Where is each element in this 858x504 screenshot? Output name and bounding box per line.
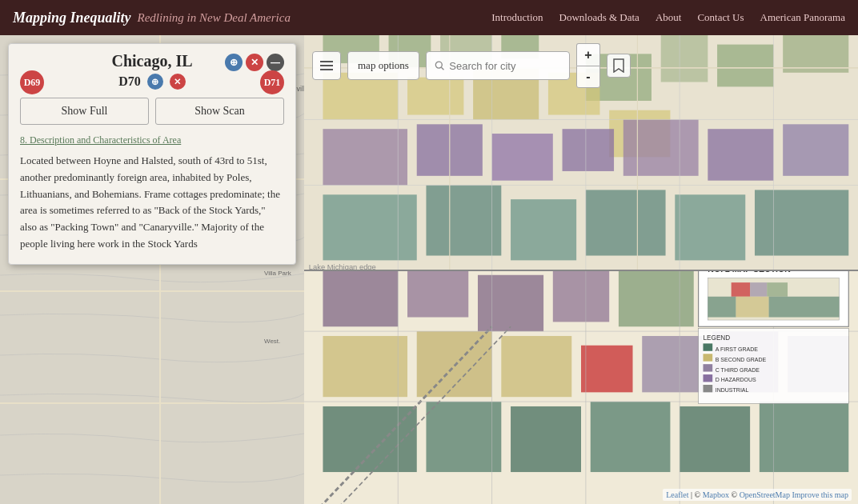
- svg-rect-34: [511, 199, 576, 260]
- zone-navigate-button[interactable]: ⊕: [147, 74, 163, 90]
- navigation: Introduction Downloads & Data About Cont…: [491, 11, 845, 24]
- svg-rect-25: [323, 129, 407, 185]
- zone-close-button[interactable]: ✕: [170, 74, 186, 90]
- zone-current: D70: [118, 74, 141, 89]
- svg-rect-83: [767, 282, 788, 297]
- svg-rect-50: [323, 270, 398, 326]
- svg-rect-93: [703, 364, 712, 371]
- svg-rect-53: [553, 270, 609, 322]
- minimize-button[interactable]: —: [267, 54, 284, 71]
- svg-rect-59: [581, 346, 633, 393]
- locate-button[interactable]: ⊕: [225, 54, 243, 71]
- show-buttons: Show Full Show Scan: [20, 98, 284, 125]
- svg-rect-67: [680, 406, 750, 472]
- app-subtitle: Redlining in New Deal America: [138, 11, 291, 25]
- svg-rect-36: [675, 194, 745, 260]
- svg-rect-8: [320, 61, 333, 62]
- bookmark-icon: [612, 58, 625, 73]
- map-options-button[interactable]: map options: [347, 51, 419, 80]
- svg-rect-28: [563, 129, 615, 171]
- popup-controls-top: ⊕ ✕ —: [225, 54, 284, 71]
- svg-rect-52: [478, 275, 543, 331]
- svg-rect-29: [623, 119, 699, 175]
- svg-rect-97: [703, 385, 712, 392]
- map-toolbar: map options + -: [312, 43, 850, 88]
- svg-text:C THIRD GRADE: C THIRD GRADE: [716, 367, 760, 373]
- svg-rect-35: [586, 190, 666, 255]
- svg-text:A FIRST GRADE: A FIRST GRADE: [716, 346, 759, 352]
- search-box[interactable]: [426, 51, 570, 80]
- svg-text:B SECOND GRADE: B SECOND GRADE: [716, 357, 767, 362]
- popup-header: Chicago, IL ⊕ ✕ —: [20, 52, 284, 70]
- svg-rect-54: [619, 270, 694, 326]
- nav-about[interactable]: About: [656, 11, 682, 24]
- osm-link[interactable]: OpenStreetMap: [740, 490, 790, 499]
- svg-rect-30: [708, 129, 773, 181]
- svg-rect-57: [417, 331, 492, 397]
- svg-rect-82: [750, 282, 767, 297]
- app-title: Mapping Inequality: [13, 10, 131, 26]
- svg-text:D HAZARDOUS: D HAZARDOUS: [716, 377, 756, 382]
- mapbox-link[interactable]: Mapbox: [703, 490, 729, 499]
- svg-text:Lake Michigan edge: Lake Michigan edge: [309, 263, 376, 270]
- layers-button[interactable]: [312, 51, 341, 80]
- bookmark-button[interactable]: [607, 54, 631, 78]
- zone-prev-badge[interactable]: D69: [20, 70, 44, 94]
- svg-rect-33: [426, 186, 501, 256]
- leaflet-link[interactable]: Leaflet: [666, 490, 688, 499]
- svg-rect-66: [591, 402, 671, 472]
- svg-rect-6: [320, 69, 333, 70]
- svg-line-10: [441, 67, 443, 70]
- nav-introduction[interactable]: Introduction: [491, 11, 543, 24]
- show-full-button[interactable]: Show Full: [20, 98, 149, 125]
- svg-rect-31: [783, 124, 848, 176]
- svg-text:West.: West.: [264, 338, 280, 345]
- attribution: Leaflet | © Mapbox © OpenStreetMap Impro…: [663, 489, 852, 501]
- svg-rect-81: [732, 282, 750, 297]
- svg-rect-91: [703, 354, 712, 361]
- nav-contact[interactable]: Contact Us: [697, 11, 744, 24]
- svg-rect-56: [323, 336, 407, 397]
- main-content: Bensenville Addison Nor... Villa Park We…: [0, 35, 858, 504]
- svg-text:Villa Park: Villa Park: [264, 270, 292, 277]
- zoom-out-button[interactable]: -: [576, 66, 600, 88]
- nav-downloads[interactable]: Downloads & Data: [559, 11, 639, 24]
- svg-rect-32: [323, 194, 416, 260]
- description-title: 8. Description and Characteristics of Ar…: [20, 134, 284, 146]
- svg-rect-84: [708, 297, 736, 318]
- show-scan-button[interactable]: Show Scan: [155, 98, 284, 125]
- zoom-in-button[interactable]: +: [576, 43, 600, 66]
- zoom-controls: + -: [576, 43, 600, 88]
- map-lower: NO. 2 MAP SECTION LEGEND A FIRST GRADE B…: [304, 270, 858, 504]
- svg-rect-60: [642, 336, 703, 392]
- map-images: Lake Michigan edge: [304, 35, 858, 504]
- search-input[interactable]: [449, 60, 561, 72]
- left-panel: Bensenville Addison Nor... Villa Park We…: [0, 35, 304, 504]
- svg-rect-27: [492, 134, 553, 181]
- svg-text:LEGEND: LEGEND: [703, 334, 730, 342]
- svg-text:INDUSTRIAL: INDUSTRIAL: [716, 387, 749, 393]
- zone-next-badge[interactable]: D71: [260, 70, 284, 94]
- svg-rect-37: [755, 190, 848, 255]
- search-icon: [435, 60, 444, 71]
- popup-card: Chicago, IL ⊕ ✕ — D69 D70 ⊕ ✕ D71 Show F…: [8, 43, 296, 265]
- description-text: Located between Hoyne and Halsted, south…: [20, 153, 284, 253]
- svg-rect-51: [407, 270, 468, 318]
- header: Mapping Inequality Redlining in New Deal…: [0, 0, 858, 35]
- svg-rect-68: [760, 402, 848, 472]
- svg-rect-7: [320, 65, 333, 66]
- zone-row: D69 D70 ⊕ ✕ D71: [20, 74, 284, 90]
- svg-rect-58: [501, 336, 571, 397]
- svg-rect-89: [703, 343, 712, 350]
- svg-rect-64: [426, 402, 501, 472]
- map-area[interactable]: map options + -: [304, 35, 858, 504]
- svg-rect-65: [511, 406, 581, 472]
- svg-rect-95: [703, 374, 712, 382]
- improve-link[interactable]: Improve this map: [792, 490, 848, 499]
- svg-point-9: [435, 62, 442, 68]
- nav-panorama[interactable]: American Panorama: [760, 11, 845, 24]
- svg-rect-86: [769, 297, 840, 318]
- svg-rect-85: [736, 297, 769, 318]
- close-button[interactable]: ✕: [246, 54, 263, 71]
